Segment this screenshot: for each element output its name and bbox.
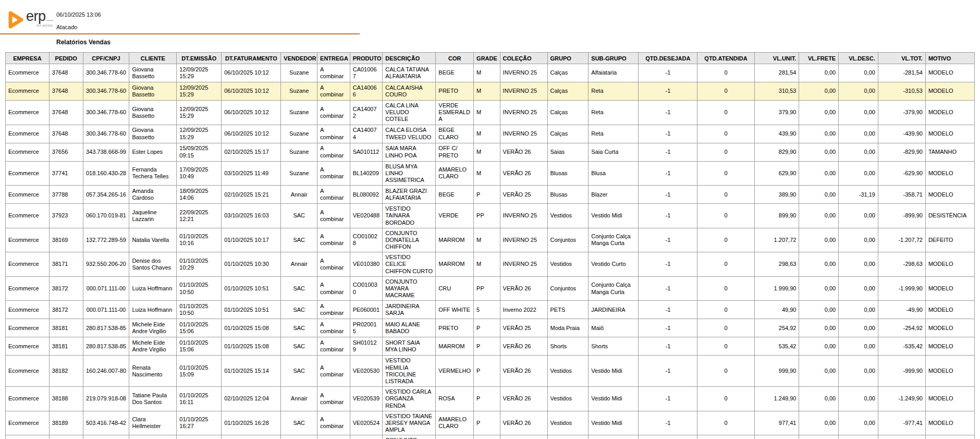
table-row[interactable]: Ecommerce37648300.346.778-60Giovana Bass…: [6, 101, 975, 125]
cell-motivo: MODELO: [925, 276, 974, 301]
table-row[interactable]: Ecommerce38191429.770.648-26Juliana Abda…: [6, 435, 975, 439]
cell-grupo: Moda Praia: [547, 319, 589, 337]
cell-produto: CO010028: [350, 228, 383, 252]
cell-qtd-desejada: -1: [639, 64, 697, 82]
table-row[interactable]: Ecommerce38181280.817.538-85Michele Eide…: [6, 337, 975, 356]
table-row[interactable]: Ecommerce37648300.346.778-60Giovana Bass…: [6, 64, 975, 82]
cell-qtd-atendida: 0: [697, 204, 754, 228]
cell-colecao: INVERNO 25: [500, 204, 547, 228]
cell-cpf-cnpj: 160.246.007-80: [83, 356, 129, 387]
cell-produto: CA140066: [350, 82, 383, 101]
cell-produto: VE020488: [350, 204, 383, 228]
cell-pedido: 38172: [49, 276, 83, 301]
cell-vendedor: Suzane: [281, 64, 317, 82]
cell-empresa: Ecommerce: [6, 356, 50, 387]
cell-qtd-atendida: 0: [697, 319, 754, 337]
cell-dt-emissao: 01/10/2025 10:50: [177, 276, 222, 301]
cell-vl-tot: -310,53: [878, 82, 925, 101]
table-row[interactable]: Ecommerce37648300.346.778-60Giovana Bass…: [6, 82, 975, 101]
cell-vl-tot: -379,90: [878, 101, 925, 125]
cell-qtd-desejada: -1: [639, 276, 697, 301]
table-header-row: EMPRESAPEDIDOCPF/CNPJCLIENTEDT.EMISSÃODT…: [6, 53, 975, 64]
cell-qtd-atendida: 0: [697, 356, 754, 387]
table-row[interactable]: Ecommerce38171932.550.206-20Denise dos S…: [6, 252, 975, 277]
cell-descricao: CONJUNTO MAYARA MACRAME: [383, 435, 436, 439]
cell-dt-emissao: 12/09/2025 15:29: [177, 82, 222, 101]
cell-cliente: Jaqueline Lazzarin: [129, 204, 177, 228]
cell-produto: BL140209: [350, 161, 383, 186]
cell-produto: CO010030: [350, 435, 383, 439]
cell-dt-emissao: 01/10/2025 16:33: [177, 435, 222, 439]
cell-empresa: Ecommerce: [6, 435, 50, 439]
cell-empresa: Ecommerce: [6, 228, 50, 252]
cell-grade: P: [474, 387, 500, 411]
cell-cliente: Clara Hellmeister: [129, 411, 177, 435]
cell-dt-faturamento: 06/10/2025 10:12: [222, 101, 281, 125]
cell-qtd-desejada: -1: [639, 161, 697, 186]
table-row[interactable]: Ecommerce38182160.246.007-80Renata Nasci…: [6, 356, 975, 387]
cell-cliente: Fernanda Techera Telles: [129, 161, 177, 186]
cell-produto: VE020539: [350, 387, 383, 411]
column-header-descricao: DESCRIÇÃO: [383, 53, 436, 64]
cell-descricao: SAIA MARA LINHO POA: [383, 143, 436, 161]
cell-vl-unit: 629,90: [754, 161, 799, 186]
cell-cliente: Michele Eide Andre Virgilio: [129, 319, 177, 337]
column-header-qtd-desejada: QTD.DESEJADA: [639, 53, 697, 64]
cell-vendedor: SAC: [281, 204, 317, 228]
cell-sub-grupo: Blusa: [589, 161, 639, 186]
cell-sub-grupo: Vestido Midi: [589, 411, 639, 435]
cell-produto: CO010030: [350, 276, 383, 301]
cell-qtd-atendida: 0: [697, 276, 754, 301]
cell-vl-desc: 0,00: [839, 161, 878, 186]
cell-produto: SH010129: [350, 337, 383, 356]
column-header-pedido: PEDIDO: [49, 53, 83, 64]
cell-dt-faturamento: 01/10/2025 15:08: [222, 319, 281, 337]
cell-vl-desc: 0,00: [839, 82, 878, 101]
table-row[interactable]: Ecommerce37788057.354.265-16Amanda Cardo…: [6, 186, 975, 204]
cell-vendedor: SAC: [281, 301, 317, 319]
cell-dt-emissao: 01/10/2025 16:11: [177, 387, 222, 411]
table-row[interactable]: Ecommerce38189503.416.748-42Clara Hellme…: [6, 411, 975, 435]
cell-motivo: MODELO: [925, 64, 974, 82]
cell-dt-faturamento: 02/10/2025 15:17: [222, 143, 281, 161]
cell-motivo: MODELO: [925, 387, 974, 411]
cell-colecao: INVERNO 25: [500, 228, 547, 252]
cell-grupo: Calças: [547, 101, 589, 125]
cell-vl-unit: 1.999,90: [754, 276, 799, 301]
cell-qtd-desejada: -1: [639, 143, 697, 161]
cell-vl-desc: 0,00: [839, 411, 878, 435]
cell-cor: VERMELHO: [436, 356, 474, 387]
cell-empresa: Ecommerce: [6, 161, 50, 186]
table-row[interactable]: Ecommerce37741018.160.430-28Fernanda Tec…: [6, 161, 975, 186]
cell-vl-tot: -298,63: [878, 252, 925, 277]
cell-descricao: VESTIDO CARLA ORGANZA RENDA: [383, 387, 436, 411]
table-row[interactable]: Ecommerce38172000.071.111-00Luiza Hoffma…: [6, 301, 975, 319]
cell-vl-tot: -535,42: [878, 337, 925, 356]
cell-entrega: A combinar: [317, 435, 350, 439]
table-row[interactable]: Ecommerce37648300.346.778-60Giovana Bass…: [6, 125, 975, 143]
cell-grupo: Conjuntos: [547, 276, 589, 301]
table-row[interactable]: Ecommerce38169132.772.289-59Natalia Vare…: [6, 228, 975, 252]
cell-descricao: VESTIDO TAINARA BORDADO: [383, 204, 436, 228]
cell-produto: VE020530: [350, 356, 383, 387]
cell-entrega: A combinar: [317, 125, 350, 143]
cell-empresa: Ecommerce: [6, 301, 50, 319]
table-row[interactable]: Ecommerce38181280.817.538-85Michele Eide…: [6, 319, 975, 337]
cell-vl-desc: 0,00: [839, 228, 878, 252]
column-header-produto: PRODUTO: [350, 53, 383, 64]
table-row[interactable]: Ecommerce37923060.170.019-81Jaqueline La…: [6, 204, 975, 228]
table-row[interactable]: Ecommerce38172000.071.111-00Luiza Hoffma…: [6, 276, 975, 301]
cell-vl-frete: 0,00: [799, 101, 839, 125]
column-header-dt-faturamento: DT.FATURAMENTO: [222, 53, 281, 64]
cell-dt-faturamento: 01/10/2025 16:39: [222, 435, 281, 439]
cell-grade: P: [474, 186, 500, 204]
cell-empresa: Ecommerce: [6, 411, 50, 435]
cell-motivo: MODELO: [925, 301, 974, 319]
cell-entrega: A combinar: [317, 228, 350, 252]
report-datetime: 06/10/2025 13:06: [56, 11, 101, 18]
table-row[interactable]: Ecommerce38188219.079.918-08Tatiane Paul…: [6, 387, 975, 411]
cell-cpf-cnpj: 280.817.538-85: [83, 319, 129, 337]
table-row[interactable]: Ecommerce37656343.738.668-99Ester Lopes1…: [6, 143, 975, 161]
cell-vl-frete: 0,00: [799, 276, 839, 301]
cell-vendedor: SAC: [281, 228, 317, 252]
